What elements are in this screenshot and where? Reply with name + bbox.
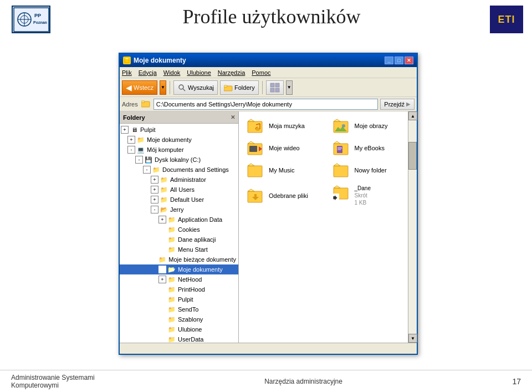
- tree-item-moj-komputer[interactable]: - Mój komputer: [120, 145, 238, 155]
- scroll-thumb[interactable]: [408, 142, 417, 170]
- address-input[interactable]: [154, 99, 378, 110]
- maximize-button[interactable]: □: [395, 57, 403, 64]
- tree-item-moje-dokumenty-root[interactable]: + Moje dokumenty: [120, 135, 238, 145]
- tree-item-administrator[interactable]: + Administrator: [120, 175, 238, 185]
- tree-item-jerry[interactable]: - Jerry: [120, 205, 238, 215]
- tree-item-nethood[interactable]: + NetHood: [120, 274, 238, 284]
- right-panel: Moja muzyka Moje obrazy: [239, 111, 417, 352]
- svg-rect-13: [270, 83, 274, 87]
- status-bar: [120, 343, 417, 354]
- svg-line-10: [183, 89, 185, 91]
- footer-left: Administrowanie Systemami Komputerowymi: [11, 374, 95, 389]
- svg-marker-43: [248, 189, 254, 191]
- tree-item-moje-biezace[interactable]: Moje bieżące dokumenty: [120, 254, 238, 264]
- svg-rect-38: [248, 166, 262, 177]
- menubar: Plik Edycja Widok Ulubione Narzędzia Pom…: [120, 67, 417, 78]
- footer-center: Narzędzia administracyjne: [264, 378, 342, 385]
- tree-item-pulpit[interactable]: + Pulpit: [120, 125, 238, 135]
- folder-item-moja-muzyka[interactable]: Moja muzyka: [243, 116, 327, 136]
- folder-item-odebrane-pliki[interactable]: Odebrane pliki: [243, 182, 327, 208]
- go-button[interactable]: Przejdź ▶: [380, 99, 415, 110]
- window-titlebar: Moje dokumenty _ □ ✕: [120, 54, 417, 67]
- tree-item-moje-dokumenty-selected[interactable]: + Moje dokumenty: [120, 264, 238, 274]
- folder-item-moje-obrazy[interactable]: Moje obrazy: [329, 116, 413, 136]
- folder-name-odebrane-pliki: Odebrane pliki: [269, 192, 308, 199]
- search-icon: [177, 83, 186, 92]
- svg-rect-15: [270, 88, 274, 92]
- svg-marker-29: [248, 141, 254, 144]
- folder-tree: + Pulpit + Moje dokumenty - Mój kompute: [120, 124, 238, 352]
- folder-item-moje-wideo[interactable]: Moje wideo: [243, 138, 327, 158]
- folder-icon: [224, 84, 233, 91]
- menu-pomoc[interactable]: Pomoc: [252, 69, 270, 76]
- top-bar: PP Poznan Profile użytkowników ETI: [0, 0, 532, 39]
- folder-name-my-music: My Music: [269, 167, 294, 174]
- svg-rect-16: [275, 88, 279, 92]
- close-button[interactable]: ✕: [405, 57, 413, 64]
- address-label: Adres: [122, 101, 138, 108]
- view-button[interactable]: [266, 80, 284, 95]
- scroll-down-button[interactable]: ▼: [408, 334, 417, 343]
- tree-item-menu-start[interactable]: Menu Start: [120, 245, 238, 254]
- folders-panel: Foldery ✕ + Pulpit + Moje dokumenty: [120, 111, 239, 352]
- footer: Administrowanie Systemami Komputerowymi …: [0, 370, 532, 392]
- search-button[interactable]: Wyszukaj: [173, 80, 218, 95]
- menu-widok[interactable]: Widok: [163, 69, 181, 76]
- svg-marker-41: [334, 164, 340, 166]
- folder-item-dane[interactable]: _Dane Skrót 1 KB: [329, 182, 413, 208]
- back-dropdown[interactable]: ▼: [160, 80, 166, 95]
- tree-item-all-users[interactable]: + All Users: [120, 185, 238, 195]
- tree-item-dysk-lokalny[interactable]: - Dysk lokalny (C:): [120, 155, 238, 165]
- folder-item-nowy-folder[interactable]: Nowy folder: [329, 160, 413, 180]
- tree-item-default-user[interactable]: + Default User: [120, 195, 238, 205]
- tree-item-pulpit-jerry[interactable]: Pulpit: [120, 294, 238, 304]
- title-icon: [123, 57, 131, 64]
- tree-item-ulubione[interactable]: Ulubione: [120, 324, 238, 334]
- folder-name-my-ebooks: My eBooks: [355, 145, 385, 151]
- folder-name-nowy-folder: Nowy folder: [355, 167, 387, 174]
- folder-name-moje-wideo: Moje wideo: [269, 145, 300, 151]
- window-title: Moje dokumenty: [134, 57, 186, 64]
- tree-item-printhood[interactable]: PrintHood: [120, 284, 238, 294]
- tree-item-sendto[interactable]: SendTo: [120, 304, 238, 314]
- svg-rect-30: [249, 146, 257, 152]
- svg-rect-18: [141, 101, 145, 103]
- folder-item-my-ebooks[interactable]: My eBooks: [329, 138, 413, 158]
- back-button[interactable]: ◀ Wstecz: [122, 80, 157, 95]
- folders-header: Foldery ✕: [120, 111, 238, 124]
- svg-text:PP: PP: [34, 13, 41, 18]
- address-folder-icon: [141, 100, 150, 108]
- svg-marker-20: [248, 119, 254, 121]
- menu-narzedzia[interactable]: Narzędzia: [218, 69, 245, 76]
- explorer-window: Moje dokumenty _ □ ✕ Plik Edycja Widok U…: [119, 53, 418, 355]
- svg-rect-12: [224, 85, 227, 87]
- svg-marker-8: [125, 58, 129, 59]
- tree-item-szablony[interactable]: Szablony: [120, 314, 238, 324]
- svg-rect-14: [275, 83, 279, 87]
- scroll-up-button[interactable]: ▲: [408, 111, 417, 120]
- view-dropdown[interactable]: ▼: [286, 80, 293, 95]
- folders-close[interactable]: ✕: [231, 114, 235, 120]
- toolbar: ◀ Wstecz ▼ Wyszukaj Foldery: [120, 78, 417, 97]
- svg-marker-46: [334, 186, 340, 188]
- svg-rect-40: [334, 166, 348, 177]
- svg-marker-25: [334, 119, 340, 121]
- logo-right: ETI: [490, 6, 523, 33]
- folder-item-my-music[interactable]: My Music: [243, 160, 327, 180]
- tree-item-cookies[interactable]: Cookies: [120, 225, 238, 235]
- tree-item-dane-aplikacji[interactable]: Dane aplikacji: [120, 235, 238, 245]
- svg-marker-33: [334, 141, 340, 144]
- logo-left: PP Poznan: [9, 4, 53, 35]
- minimize-button[interactable]: _: [385, 57, 393, 64]
- menu-ulubione[interactable]: Ulubione: [187, 69, 211, 76]
- folders-button[interactable]: Foldery: [220, 80, 259, 95]
- tree-item-application-data[interactable]: + Application Data: [120, 215, 238, 225]
- menu-plik[interactable]: Plik: [122, 69, 132, 76]
- menu-edycja[interactable]: Edycja: [139, 69, 157, 76]
- svg-text:Poznan: Poznan: [33, 21, 47, 24]
- view-icon: [270, 83, 280, 93]
- tree-item-docs-settings[interactable]: - Documents and Settings: [120, 165, 238, 175]
- svg-rect-7: [125, 59, 129, 63]
- svg-marker-39: [248, 164, 254, 166]
- vertical-scrollbar[interactable]: ▲ ▼: [408, 111, 417, 343]
